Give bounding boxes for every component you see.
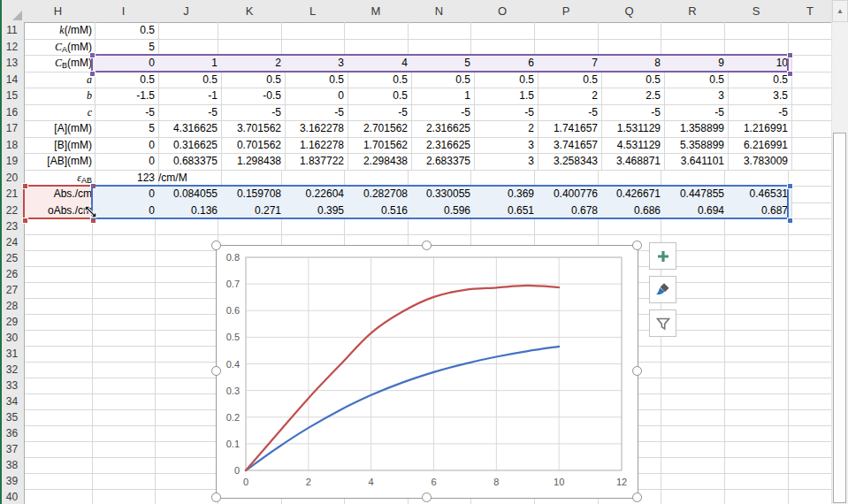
cell-R21[interactable]: 0.447855 xyxy=(661,186,729,203)
cell-H11[interactable]: k(/mM) xyxy=(24,22,95,40)
cell-L23[interactable] xyxy=(281,218,345,235)
cell-J38[interactable] xyxy=(155,457,218,474)
row-header-22[interactable]: 22 xyxy=(0,202,25,220)
cell-M19[interactable]: 2.298438 xyxy=(344,153,412,171)
row-header-24[interactable]: 24 xyxy=(0,234,25,251)
cell-R32[interactable] xyxy=(661,362,725,378)
cell-T36[interactable] xyxy=(788,425,833,442)
row-header-21[interactable]: 21 xyxy=(0,186,25,203)
cell-T19[interactable] xyxy=(788,153,833,171)
cell-I40[interactable] xyxy=(92,489,156,504)
cell-R31[interactable] xyxy=(661,346,725,363)
cell-O11[interactable] xyxy=(470,22,535,40)
chart-styles-button[interactable] xyxy=(649,276,676,303)
cell-M21[interactable]: 0.282708 xyxy=(344,186,412,203)
row-header-18[interactable]: 18 xyxy=(0,137,25,155)
cell-K23[interactable] xyxy=(218,218,282,235)
chart-resize-handle-ne[interactable] xyxy=(632,241,642,250)
range-drag-handle[interactable] xyxy=(90,183,96,189)
cell-S20[interactable] xyxy=(724,170,789,187)
cell-I36[interactable] xyxy=(92,425,156,442)
cell-O13[interactable]: 6 xyxy=(470,55,539,73)
cell-T40[interactable] xyxy=(788,489,833,504)
cell-O17[interactable]: 2 xyxy=(470,120,539,138)
cell-P15[interactable]: 2 xyxy=(534,88,602,105)
range-drag-handle[interactable] xyxy=(787,218,793,224)
cell-L12[interactable] xyxy=(281,39,345,57)
cell-S27[interactable] xyxy=(724,282,789,299)
cell-J15[interactable]: -1 xyxy=(155,88,222,105)
row-header-23[interactable]: 23 xyxy=(0,218,25,235)
cell-I28[interactable] xyxy=(92,298,156,315)
row-header-33[interactable]: 33 xyxy=(0,378,25,394)
cell-J34[interactable] xyxy=(155,393,218,410)
cell-R14[interactable]: 0.5 xyxy=(661,72,729,89)
cell-J35[interactable] xyxy=(155,409,218,426)
cell-I33[interactable] xyxy=(92,378,156,394)
cell-S18[interactable]: 6.216991 xyxy=(724,137,792,155)
cell-P19[interactable]: 3.258343 xyxy=(534,153,602,171)
cell-I21[interactable]: 0 xyxy=(92,186,159,203)
cell-Q20[interactable] xyxy=(598,170,661,187)
cell-N20[interactable] xyxy=(408,170,471,187)
chart-resize-handle-s[interactable] xyxy=(422,493,432,502)
cell-R37[interactable] xyxy=(661,441,725,458)
chart-resize-handle-n[interactable] xyxy=(422,241,432,250)
cell-Q16[interactable]: -5 xyxy=(598,104,665,122)
cell-S33[interactable] xyxy=(724,378,789,394)
cell-R12[interactable] xyxy=(661,39,725,57)
cell-O23[interactable] xyxy=(470,218,535,235)
cell-M13[interactable]: 4 xyxy=(344,55,412,73)
cell-S29[interactable] xyxy=(724,314,789,331)
row-header-32[interactable]: 32 xyxy=(0,362,25,378)
cell-M15[interactable]: 0.5 xyxy=(344,88,412,105)
cell-R23[interactable] xyxy=(661,218,725,235)
cell-L14[interactable]: 0.5 xyxy=(281,72,348,89)
cell-I18[interactable]: 0 xyxy=(92,137,159,155)
cell-Q23[interactable] xyxy=(598,218,661,235)
cell-L15[interactable]: 0 xyxy=(281,88,348,105)
cell-L11[interactable] xyxy=(281,22,345,40)
cell-I20[interactable]: 123 xyxy=(92,170,159,187)
cell-I12[interactable]: 5 xyxy=(92,39,159,57)
cell-O21[interactable]: 0.369 xyxy=(470,186,539,203)
cell-L20[interactable] xyxy=(281,170,345,187)
cell-T22[interactable] xyxy=(788,202,833,220)
cell-Q12[interactable] xyxy=(598,39,661,57)
row-header-26[interactable]: 26 xyxy=(0,266,25,283)
column-header-R[interactable]: R xyxy=(661,0,725,23)
row-header-17[interactable]: 17 xyxy=(0,120,25,138)
cell-J36[interactable] xyxy=(155,425,218,442)
chart-resize-handle-w[interactable] xyxy=(211,366,221,376)
cell-K15[interactable]: -0.5 xyxy=(218,88,286,105)
cell-N14[interactable]: 0.5 xyxy=(408,72,475,89)
column-header-S[interactable]: S xyxy=(724,0,789,23)
cell-S16[interactable]: -5 xyxy=(724,104,792,122)
cell-J37[interactable] xyxy=(155,441,218,458)
cell-L22[interactable]: 0.395 xyxy=(281,202,348,220)
row-header-38[interactable]: 38 xyxy=(0,457,25,474)
cell-P12[interactable] xyxy=(534,39,599,57)
cell-H31[interactable] xyxy=(24,346,93,363)
cell-M22[interactable]: 0.516 xyxy=(344,202,412,220)
range-drag-handle[interactable] xyxy=(787,183,793,189)
cell-S39[interactable] xyxy=(724,473,789,490)
cell-N17[interactable]: 2.316625 xyxy=(408,120,475,138)
cell-T28[interactable] xyxy=(788,298,833,315)
cell-Q22[interactable]: 0.686 xyxy=(598,202,665,220)
cell-J24[interactable] xyxy=(155,234,218,251)
row-header-40[interactable]: 40 xyxy=(0,489,25,504)
cell-N18[interactable]: 2.316625 xyxy=(408,137,475,155)
cell-P14[interactable]: 0.5 xyxy=(534,72,602,89)
cell-H40[interactable] xyxy=(24,489,93,504)
cell-P16[interactable]: -5 xyxy=(534,104,602,122)
cell-J22[interactable]: 0.136 xyxy=(155,202,222,220)
cell-L17[interactable]: 3.162278 xyxy=(281,120,348,138)
column-header-K[interactable]: K xyxy=(218,0,282,23)
cell-I26[interactable] xyxy=(92,266,156,283)
cell-I31[interactable] xyxy=(92,346,156,363)
cell-J28[interactable] xyxy=(155,298,218,315)
cell-S40[interactable] xyxy=(724,489,789,504)
cell-O14[interactable]: 0.5 xyxy=(470,72,539,89)
cell-S34[interactable] xyxy=(724,393,789,410)
